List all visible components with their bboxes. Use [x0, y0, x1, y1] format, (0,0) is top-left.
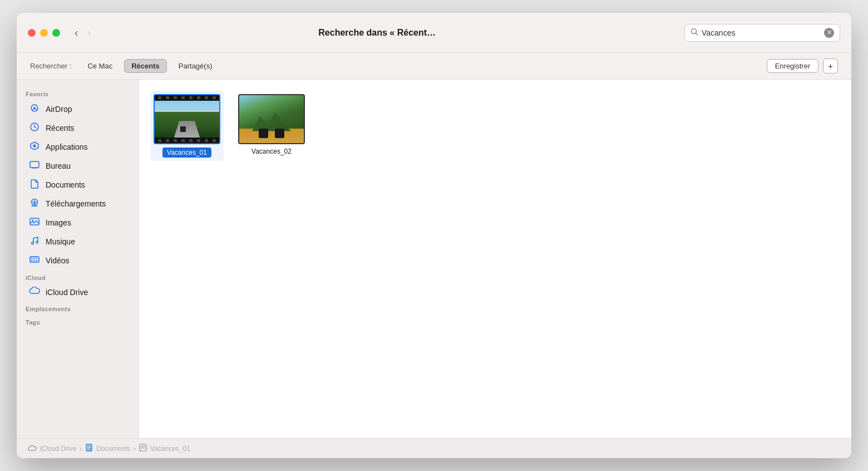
scope-recents[interactable]: Récents — [124, 59, 167, 73]
svg-rect-26 — [141, 445, 145, 449]
telechargements-icon — [29, 198, 40, 210]
sidebar-section-icloud: iCloud — [17, 270, 139, 283]
sidebar-label-recents: Récents — [46, 124, 74, 133]
sidebar-item-recents[interactable]: Récents — [20, 119, 135, 138]
file-label-vacances01: Vacances_01 — [162, 148, 211, 158]
status-file-icon — [139, 444, 147, 453]
sidebar: Favoris AirDrop — [17, 80, 139, 438]
status-documents-icon — [85, 443, 93, 454]
sidebar-label-documents: Documents — [46, 180, 85, 189]
svg-rect-7 — [32, 168, 37, 169]
traffic-lights — [28, 29, 60, 37]
svg-line-1 — [696, 33, 698, 36]
search-scope-label: Rechercher : — [30, 62, 71, 70]
svg-rect-6 — [30, 161, 39, 168]
sidebar-label-airdrop: AirDrop — [46, 105, 72, 114]
window-title: Recherche dans « Récent… — [70, 28, 684, 38]
sidebar-label-images: Images — [46, 218, 71, 227]
sidebar-item-videos[interactable]: Vidéos — [20, 251, 135, 270]
status-bar: iCloud Drive › Documents › Vacances_01 — [17, 438, 851, 458]
status-label-file: Vacances_01 — [150, 445, 190, 453]
svg-point-13 — [32, 242, 34, 244]
sidebar-label-icloud-drive: iCloud Drive — [46, 288, 88, 297]
sidebar-section-tags: Tags — [17, 315, 139, 328]
scope-ce-mac[interactable]: Ce Mac — [80, 59, 120, 73]
documents-icon — [29, 179, 40, 191]
videos-icon — [29, 254, 40, 267]
sidebar-item-documents[interactable]: Documents — [20, 175, 135, 194]
sidebar-section-emplacements: Emplacements — [17, 301, 139, 315]
status-label-documents: Documents — [96, 445, 130, 453]
file-area: Vacances_01 Vacances_02 — [139, 80, 851, 438]
toolbar: Rechercher : Ce Mac Récents Partagé(s) E… — [17, 53, 851, 80]
file-thumbnail-vacances02 — [238, 94, 305, 144]
sidebar-label-bureau: Bureau — [46, 161, 71, 170]
save-button[interactable]: Enregistrer — [767, 59, 819, 73]
sidebar-item-airdrop[interactable]: AirDrop — [20, 100, 135, 119]
minimize-button[interactable] — [40, 29, 48, 37]
file-label-vacances02: Vacances_02 — [251, 148, 292, 155]
recents-icon — [29, 122, 40, 134]
status-sep1: › — [80, 445, 82, 453]
add-button[interactable]: + — [823, 58, 838, 73]
svg-point-14 — [36, 241, 38, 243]
airdrop-icon — [29, 103, 40, 115]
close-button[interactable] — [28, 29, 36, 37]
search-clear-button[interactable]: ✕ — [824, 28, 834, 38]
sidebar-label-videos: Vidéos — [46, 256, 70, 265]
sidebar-section-favoris: Favoris — [17, 86, 139, 100]
search-bar: ✕ — [684, 24, 840, 42]
bureau-icon — [29, 160, 40, 172]
icloud-icon — [29, 287, 40, 298]
sidebar-item-musique[interactable]: Musique — [20, 232, 135, 251]
images-icon — [29, 217, 40, 229]
title-bar: ‹ › Recherche dans « Récent… ✕ — [17, 13, 851, 53]
main-area: Favoris AirDrop — [17, 80, 851, 438]
sidebar-item-icloud-drive[interactable]: iCloud Drive — [20, 283, 135, 301]
sidebar-item-bureau[interactable]: Bureau — [20, 156, 135, 175]
sidebar-item-applications[interactable]: Applications — [20, 138, 135, 156]
status-path: iCloud Drive › Documents › Vacances_01 — [28, 443, 190, 454]
sidebar-item-telechargements[interactable]: Téléchargements — [20, 194, 135, 213]
finder-window: ‹ › Recherche dans « Récent… ✕ Recherche… — [17, 13, 851, 458]
sidebar-item-images[interactable]: Images — [20, 213, 135, 232]
svg-point-5 — [33, 145, 36, 148]
musique-icon — [29, 236, 40, 248]
file-item-vacances01[interactable]: Vacances_01 — [150, 91, 224, 161]
file-item-vacances02[interactable]: Vacances_02 — [235, 91, 308, 161]
scope-partages[interactable]: Partagé(s) — [171, 59, 220, 73]
svg-point-12 — [32, 220, 34, 222]
status-label-icloud: iCloud Drive — [40, 445, 76, 453]
file-thumbnail-vacances01 — [154, 94, 220, 144]
sidebar-label-musique: Musique — [46, 237, 75, 246]
svg-rect-11 — [30, 218, 39, 225]
applications-icon — [29, 141, 40, 153]
status-sep2: › — [134, 445, 136, 453]
svg-rect-15 — [30, 257, 39, 262]
status-icloud-icon — [28, 444, 37, 453]
sidebar-label-applications: Applications — [46, 143, 88, 151]
maximize-button[interactable] — [52, 29, 60, 37]
search-icon — [691, 28, 698, 37]
sidebar-label-telechargements: Téléchargements — [46, 199, 106, 208]
search-input[interactable] — [702, 28, 821, 37]
